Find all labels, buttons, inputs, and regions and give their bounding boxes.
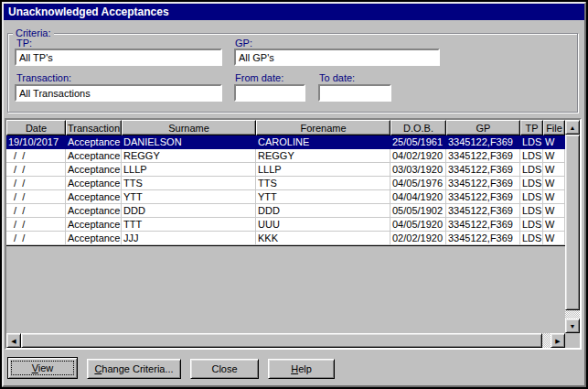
cell-file: W [543, 177, 565, 189]
cell-gp: 3345122,F369 [446, 204, 520, 217]
column-header-surname[interactable]: Surname [122, 120, 256, 135]
cell-date: / / [6, 149, 66, 162]
cell-gp: 3345122,F369 [446, 163, 520, 176]
cell-file: W [543, 190, 565, 203]
cell-dob: 02/02/1920 [390, 232, 446, 244]
view-button[interactable]: View [7, 357, 78, 379]
scroll-right-button[interactable]: ▶ [551, 333, 565, 348]
column-header-gp[interactable]: GP [446, 120, 520, 135]
horizontal-scroll-track[interactable] [21, 333, 551, 348]
cell-file: W [543, 135, 565, 148]
column-header-file[interactable]: File [543, 120, 565, 135]
from-date-label: From date: [235, 72, 283, 83]
cell-date: / / [6, 204, 66, 217]
column-header-date[interactable]: Date [6, 120, 66, 135]
table-row[interactable]: / /AcceptanceDDDDDD05/05/19023345122,F36… [6, 204, 565, 218]
cell-transaction: Acceptance [66, 232, 122, 244]
cell-gp: 3345122,F369 [446, 232, 520, 244]
cell-transaction: Acceptance [66, 177, 122, 189]
cell-gp: 3345122,F369 [446, 177, 520, 189]
cell-date: / / [6, 232, 66, 244]
scroll-left-icon: ◀ [11, 338, 16, 344]
horizontal-scrollbar[interactable]: ◀ ▶ [6, 333, 565, 348]
cell-forename: REGGY [256, 149, 390, 162]
change-criteria-button[interactable]: Change Criteria... [87, 359, 181, 379]
cell-forename: UUU [256, 218, 390, 231]
transaction-label: Transaction: [16, 72, 71, 83]
transaction-input[interactable] [15, 84, 222, 102]
cell-dob: 04/05/1920 [390, 218, 446, 231]
column-header-forename[interactable]: Forename [256, 120, 390, 135]
cell-surname: DANIELSON [122, 135, 256, 148]
cell-dob: 04/04/1920 [390, 190, 446, 203]
cell-gp: 3345122,F369 [446, 218, 520, 231]
table-row[interactable]: / /AcceptanceJJJKKK02/02/19203345122,F36… [6, 232, 565, 245]
horizontal-scroll-thumb[interactable] [21, 333, 542, 348]
table-header: DateTransactionSurnameForenameD.O.B.GPTP… [6, 120, 565, 135]
cell-transaction: Acceptance [66, 190, 122, 203]
tp-label: TP: [16, 38, 32, 49]
cell-forename: KKK [256, 232, 390, 244]
cell-tp: LDS [520, 163, 543, 176]
cell-surname: TTS [122, 177, 256, 189]
scroll-up-button[interactable]: ▲ [565, 120, 580, 135]
cell-transaction: Acceptance [66, 218, 122, 231]
dialog-window: Unacknowledged Acceptances Criteria: TP:… [0, 0, 588, 389]
vertical-scrollbar[interactable]: ▲ ▼ [565, 120, 580, 333]
cell-forename: LLLP [256, 163, 390, 176]
cell-forename: DDD [256, 204, 390, 217]
cell-file: W [543, 218, 565, 231]
close-button[interactable]: Close [190, 359, 259, 379]
cell-transaction: Acceptance [66, 204, 122, 217]
tp-input[interactable] [15, 49, 222, 66]
cell-tp: LDS [520, 177, 543, 189]
cell-dob: 04/02/1920 [390, 149, 446, 162]
table-row[interactable]: / /AcceptanceTTSTTS04/05/19763345122,F36… [6, 177, 565, 190]
table-row[interactable]: / /AcceptanceYTTYTT04/04/19203345122,F36… [6, 190, 565, 204]
column-header-dob[interactable]: D.O.B. [390, 120, 446, 135]
cell-tp: LDS [520, 204, 543, 217]
vertical-scroll-track[interactable] [565, 135, 580, 319]
scroll-down-icon: ▼ [570, 323, 576, 330]
help-button[interactable]: Help [268, 359, 335, 379]
scrollbar-corner [565, 333, 580, 348]
cell-forename: TTS [256, 177, 390, 189]
cell-transaction: Acceptance [66, 163, 122, 176]
cell-file: W [543, 232, 565, 244]
cell-transaction: Acceptance [66, 135, 122, 148]
acceptances-grid: DateTransactionSurnameForenameD.O.B.GPTP… [6, 120, 565, 333]
cell-transaction: Acceptance [66, 149, 122, 162]
cell-date: / / [6, 218, 66, 231]
cell-tp: LDS [520, 149, 543, 162]
table-row[interactable]: / /AcceptanceREGGYREGGY04/02/19203345122… [6, 149, 565, 163]
cell-date: / / [6, 177, 66, 189]
cell-gp: 3345122,F369 [446, 149, 520, 162]
cell-dob: 05/05/1902 [390, 204, 446, 217]
acceptances-list: DateTransactionSurnameForenameD.O.B.GPTP… [5, 118, 582, 350]
from-date-input[interactable] [234, 84, 305, 102]
cell-tp: LDS [520, 190, 543, 203]
table-body: 19/10/2017AcceptanceDANIELSONCAROLINE25/… [6, 135, 565, 246]
scroll-down-button[interactable]: ▼ [565, 319, 580, 333]
table-row[interactable]: / /AcceptanceLLLPLLLP03/03/19203345122,F… [6, 163, 565, 177]
cell-dob: 04/05/1976 [390, 177, 446, 189]
cell-surname: REGGY [122, 149, 256, 162]
scroll-left-button[interactable]: ◀ [6, 333, 21, 348]
title-bar[interactable]: Unacknowledged Acceptances [4, 4, 584, 20]
cell-tp: LDS [520, 135, 543, 148]
cell-file: W [543, 149, 565, 162]
column-header-tp[interactable]: TP [520, 120, 543, 135]
cell-tp: LDS [520, 232, 543, 244]
cell-surname: LLLP [122, 163, 256, 176]
gp-label: GP: [235, 38, 252, 49]
cell-tp: LDS [520, 218, 543, 231]
table-row[interactable]: / /AcceptanceTTTUUU04/05/19203345122,F36… [6, 218, 565, 232]
table-row[interactable]: 19/10/2017AcceptanceDANIELSONCAROLINE25/… [6, 135, 565, 149]
to-date-input[interactable] [318, 84, 391, 102]
column-header-transaction[interactable]: Transaction [66, 120, 122, 135]
vertical-scroll-thumb[interactable] [565, 135, 580, 310]
cell-gp: 3345122,F369 [446, 190, 520, 203]
to-date-label: To date: [319, 72, 355, 83]
gp-input[interactable] [234, 49, 440, 66]
cell-surname: DDD [122, 204, 256, 217]
